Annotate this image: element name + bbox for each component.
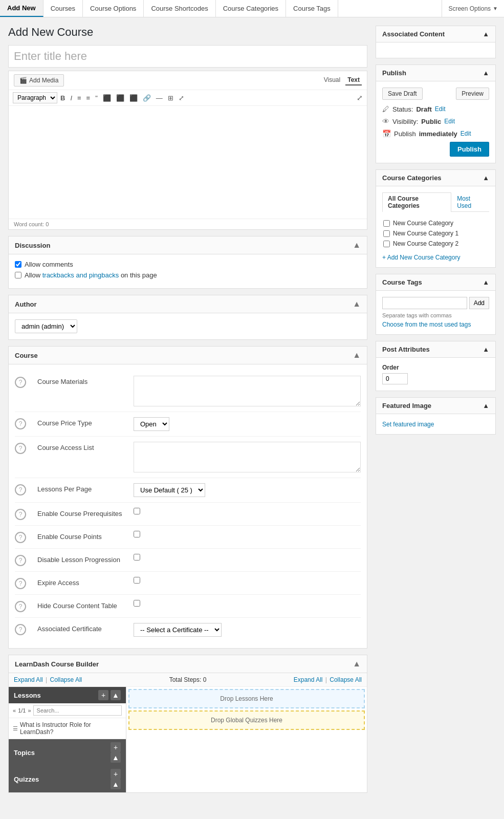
course-builder-header[interactable]: LearnDash Course Builder ▲ bbox=[9, 655, 367, 673]
align-left-button[interactable]: ⬛ bbox=[101, 93, 113, 103]
disable-lesson-progression-help-icon[interactable]: ? bbox=[15, 555, 26, 566]
allow-comments-checkbox[interactable] bbox=[15, 261, 21, 268]
author-header[interactable]: Author ▲ bbox=[9, 295, 367, 313]
tab-visual[interactable]: Visual bbox=[322, 75, 342, 85]
enable-prerequisites-help-icon[interactable]: ? bbox=[15, 509, 26, 520]
status-edit-link[interactable]: Edit bbox=[435, 105, 446, 113]
tab-most-used-categories[interactable]: Most Used bbox=[451, 192, 489, 211]
course-tags-header[interactable]: Course Tags ▲ bbox=[376, 274, 495, 291]
allow-trackbacks-checkbox[interactable] bbox=[15, 272, 21, 278]
discussion-header[interactable]: Discussion ▲ bbox=[9, 236, 367, 254]
course-header[interactable]: Course ▲ bbox=[9, 347, 367, 364]
course-access-list-textarea[interactable] bbox=[134, 442, 361, 472]
category-checkbox-0[interactable] bbox=[383, 220, 390, 227]
drop-lessons-zone[interactable]: Drop Lessons Here bbox=[128, 689, 365, 708]
status-row: 🖊 Status: Draft Edit bbox=[382, 105, 489, 113]
associated-certificate-help-icon[interactable]: ? bbox=[15, 624, 26, 635]
enable-points-help-icon[interactable]: ? bbox=[15, 532, 26, 543]
allow-comments-row: Allow comments bbox=[15, 261, 361, 268]
add-media-button[interactable]: 🎬 Add Media bbox=[14, 74, 64, 87]
topics-add-button[interactable]: + bbox=[111, 742, 121, 752]
drop-quizzes-zone[interactable]: Drop Global Quizzes Here bbox=[128, 710, 365, 730]
align-right-button[interactable]: ⬛ bbox=[127, 93, 140, 103]
ordered-list-button[interactable]: ≡ bbox=[84, 93, 93, 103]
associated-certificate-select[interactable]: -- Select a Certificate -- bbox=[134, 623, 222, 637]
quizzes-add-button[interactable]: + bbox=[111, 769, 121, 779]
nav-add-new[interactable]: Add New bbox=[0, 0, 43, 17]
disable-lesson-progression-checkbox[interactable] bbox=[134, 554, 140, 561]
course-materials-help-icon[interactable]: ? bbox=[15, 377, 26, 388]
collapse-all-left[interactable]: Collapse All bbox=[50, 676, 82, 683]
bold-button[interactable]: B bbox=[58, 93, 67, 103]
screen-options-button[interactable]: Screen Options ▼ bbox=[442, 0, 504, 17]
course-price-type-select[interactable]: Open bbox=[134, 417, 169, 431]
publish-button[interactable]: Publish bbox=[450, 142, 489, 157]
nav-courses[interactable]: Courses bbox=[43, 0, 83, 17]
visibility-edit-link[interactable]: Edit bbox=[444, 118, 455, 125]
preview-button[interactable]: Preview bbox=[456, 88, 489, 100]
enable-prerequisites-checkbox[interactable] bbox=[134, 508, 140, 514]
nav-course-categories[interactable]: Course Categories bbox=[216, 0, 286, 17]
expire-access-help-icon[interactable]: ? bbox=[15, 578, 26, 589]
expand-all-right[interactable]: Expand All bbox=[294, 676, 323, 683]
expand-all-left[interactable]: Expand All bbox=[14, 676, 43, 683]
publish-time-edit-link[interactable]: Edit bbox=[461, 130, 471, 137]
builder-search-input[interactable] bbox=[33, 705, 122, 716]
publish-header[interactable]: Publish ▲ bbox=[376, 65, 495, 81]
add-new-category-link[interactable]: + Add New Course Category bbox=[382, 254, 489, 261]
unordered-list-button[interactable]: ≡ bbox=[75, 93, 83, 103]
order-input[interactable] bbox=[382, 373, 408, 384]
expire-access-checkbox[interactable] bbox=[134, 577, 140, 584]
editor-content-area[interactable] bbox=[9, 106, 367, 219]
hide-content-table-checkbox[interactable] bbox=[134, 600, 140, 607]
format-select[interactable]: Paragraph bbox=[13, 92, 57, 103]
align-center-button[interactable]: ⬛ bbox=[114, 93, 126, 103]
blockquote-button[interactable]: " bbox=[93, 93, 100, 103]
collapse-all-right[interactable]: Collapse All bbox=[330, 676, 362, 683]
publish-box: Publish ▲ Save Draft Preview 🖊 Status: D… bbox=[376, 64, 496, 163]
expand-toolbar-icon[interactable]: ⤢ bbox=[357, 94, 363, 102]
tag-input[interactable] bbox=[382, 297, 467, 309]
trackbacks-link[interactable]: trackbacks and pingbacks bbox=[42, 271, 119, 279]
tag-add-button[interactable]: Add bbox=[469, 297, 489, 309]
featured-image-header[interactable]: Featured Image ▲ bbox=[376, 398, 495, 414]
nav-course-tags[interactable]: Course Tags bbox=[286, 0, 338, 17]
topics-collapse-button[interactable]: ▲ bbox=[111, 752, 121, 763]
quizzes-collapse-button[interactable]: ▲ bbox=[111, 779, 121, 789]
lessons-collapse-button[interactable]: ▲ bbox=[111, 690, 121, 700]
editor-toolbar-top: 🎬 Add Media Visual Text bbox=[9, 71, 367, 90]
hide-content-table-help-icon[interactable]: ? bbox=[15, 601, 26, 612]
post-attributes-header[interactable]: Post Attributes ▲ bbox=[376, 341, 495, 358]
tab-text[interactable]: Text bbox=[345, 75, 362, 85]
course-materials-textarea[interactable] bbox=[134, 376, 361, 406]
nav-course-options[interactable]: Course Options bbox=[83, 0, 144, 17]
italic-button[interactable]: I bbox=[68, 93, 74, 103]
tab-all-categories[interactable]: All Course Categories bbox=[382, 192, 451, 212]
author-select[interactable]: admin (admin) bbox=[15, 319, 77, 333]
lessons-per-page-help-icon[interactable]: ? bbox=[15, 484, 26, 495]
builder-list-item[interactable]: ☰ What is Instructor Role for LearnDash? bbox=[9, 718, 126, 739]
choose-tags-link[interactable]: Choose from the most used tags bbox=[382, 321, 471, 328]
lessons-per-page-select[interactable]: Use Default ( 25 ) bbox=[134, 483, 205, 497]
course-access-list-help-icon[interactable]: ? bbox=[15, 443, 26, 454]
course-price-type-control: Open bbox=[134, 417, 361, 431]
save-draft-button[interactable]: Save Draft bbox=[382, 88, 423, 100]
course-price-type-help-icon[interactable]: ? bbox=[15, 418, 26, 429]
fullscreen-button[interactable]: ⤢ bbox=[177, 93, 186, 103]
set-featured-image-link[interactable]: Set featured image bbox=[382, 421, 434, 428]
associated-content-header[interactable]: Associated Content ▲ bbox=[376, 26, 495, 42]
category-checkbox-1[interactable] bbox=[383, 230, 390, 237]
enable-prerequisites-row: ? Enable Course Prerequisites bbox=[15, 503, 361, 526]
course-title-input[interactable] bbox=[8, 45, 367, 68]
category-checkbox-2[interactable] bbox=[383, 241, 390, 247]
enable-points-row: ? Enable Course Points bbox=[15, 526, 361, 549]
hr-button[interactable]: — bbox=[154, 93, 165, 103]
enable-points-checkbox[interactable] bbox=[134, 531, 140, 537]
course-section-title: Course bbox=[15, 352, 38, 359]
lessons-add-button[interactable]: + bbox=[98, 690, 108, 700]
table-button[interactable]: ⊞ bbox=[166, 93, 176, 103]
nav-course-shortcodes[interactable]: Course Shortcodes bbox=[144, 0, 215, 17]
course-categories-header[interactable]: Course Categories ▲ bbox=[376, 170, 495, 186]
builder-left-panel: Lessons + ▲ « 1/1 » bbox=[9, 687, 126, 792]
link-button[interactable]: 🔗 bbox=[141, 93, 153, 103]
